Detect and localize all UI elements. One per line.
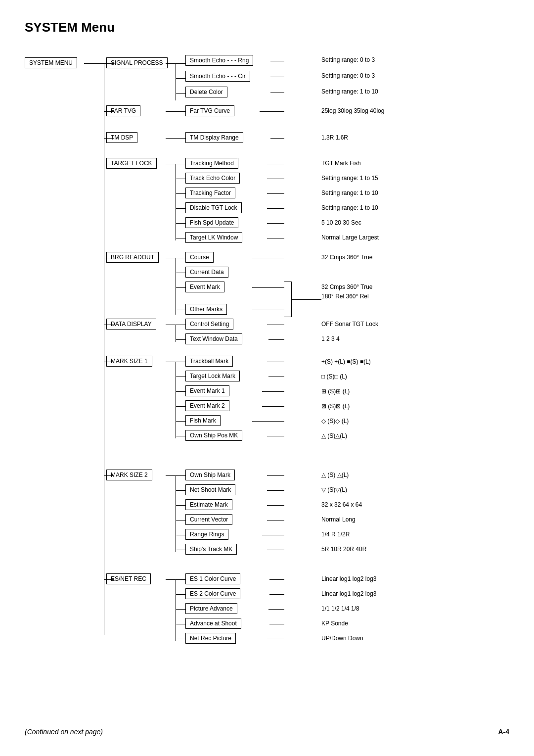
ships-track-mk-box: Ship's Track MK (185, 544, 237, 555)
net-rec-picture-box: Net Rec Picture (185, 633, 236, 644)
net-shoot-mark-val: ▽ (S)▽(L) (321, 486, 347, 493)
track-echo-color-box: Track Echo Color (185, 173, 240, 184)
text-window-data-val: 1 2 3 4 (321, 335, 340, 342)
far-tvg-curve-box: Far TVG Curve (185, 105, 234, 116)
current-vector-box: Current Vector (185, 514, 232, 525)
target-lock-box: TARGET LOCK (106, 158, 157, 169)
tracking-method-box: Tracking Method (185, 158, 238, 169)
tracking-factor-val: Setting range: 1 to 10 (321, 189, 378, 196)
mark-size-2-box: MARK SIZE 2 (106, 470, 152, 480)
signal-process-box: SIGNAL PROCESS (106, 57, 168, 68)
fish-mark-val: ◇ (S)◇ (L) (321, 417, 349, 425)
target-lk-window-val: Normal Large Largest (321, 234, 379, 241)
other-marks-box: Other Marks (185, 304, 227, 315)
trackball-mark-val: +(S) +(L) ■(S) ■(L) (321, 358, 371, 365)
current-vector-val: Normal Long (321, 516, 356, 523)
net-shoot-mark-box: Net Shoot Mark (185, 484, 235, 495)
trackball-mark-box: Trackball Mark (185, 356, 233, 367)
event-mark-1-box: Event Mark 1 (185, 385, 229, 396)
range-rings-val: 1/4 R 1/2R (321, 530, 350, 538)
ships-track-mk-val: 5R 10R 20R 40R (321, 545, 366, 553)
advance-at-shoot-box: Advance at Shoot (185, 618, 241, 629)
mark-size-1-box: MARK SIZE 1 (106, 356, 152, 367)
target-lk-window-box: Target LK Window (185, 232, 242, 243)
control-setting-box: Control Setting (185, 319, 233, 330)
estimate-mark-box: Estimate Mark (185, 499, 232, 510)
own-ship-pos-mk-val: △ (S)△(L) (321, 432, 347, 439)
es2-color-curve-val: Linear log1 log2 log3 (321, 590, 376, 597)
picture-advance-box: Picture Advance (185, 603, 237, 614)
fish-mark-box: Fish Mark (185, 415, 221, 426)
far-tvg-box: FAR TVG (106, 105, 140, 116)
tracking-method-val: TGT Mark Fish (321, 159, 361, 167)
event-mark-val2: 180° Rel 360° Rel (321, 292, 369, 300)
continued-note: (Continued on next page) (25, 728, 103, 736)
disable-tgt-lock-val: Setting range: 1 to 10 (321, 204, 378, 211)
smooth-echo-rng-box: Smooth Echo - - - Rng (185, 55, 253, 66)
event-mark-box: Event Mark (185, 282, 224, 292)
es2-color-curve-box: ES 2 Color Curve (185, 588, 240, 599)
data-display-box: DATA DISPLAY (106, 319, 156, 330)
own-ship-mark-box: Own Ship Mark (185, 470, 235, 480)
target-lock-mark-val: □ (S)□ (L) (321, 373, 347, 380)
advance-at-shoot-val: KP Sonde (321, 619, 348, 627)
delete-color-box: Delete Color (185, 87, 227, 97)
tm-display-range-val: 1.3R 1.6R (321, 134, 348, 141)
delete-color-val: Setting range: 1 to 10 (321, 88, 378, 95)
fish-spd-update-val: 5 10 20 30 Sec (321, 219, 361, 226)
target-lock-mark-box: Target Lock Mark (185, 371, 240, 381)
smooth-echo-cir-box: Smooth Echo - - - Cir (185, 71, 250, 82)
event-mark-val: 32 Cmps 360° True (321, 283, 373, 290)
control-setting-val: OFF Sonar TGT Lock (321, 320, 378, 328)
estimate-mark-val: 32 x 32 64 x 64 (321, 501, 362, 508)
tracking-factor-box: Tracking Factor (185, 188, 235, 198)
page-number: A-4 (498, 728, 509, 736)
smooth-echo-cir-val: Setting range: 0 to 3 (321, 72, 375, 79)
event-mark-1-val: ⊞ (S)⊞ (L) (321, 387, 350, 395)
own-ship-mark-val: △ (S) △(L) (321, 471, 349, 478)
disable-tgt-lock-box: Disable TGT Lock (185, 202, 242, 213)
text-window-data-box: Text Window Data (185, 333, 242, 344)
event-mark-2-val: ⊠ (S)⊠ (L) (321, 402, 350, 410)
event-mark-2-box: Event Mark 2 (185, 400, 229, 411)
tm-dsp-box: TM DSP (106, 132, 137, 143)
es-net-rec-box: ES/NET REC (106, 573, 151, 584)
course-val: 32 Cmps 360° True (321, 253, 373, 261)
picture-advance-val: 1/1 1/2 1/4 1/8 (321, 605, 359, 612)
fish-spd-update-box: Fish Spd Update (185, 217, 238, 228)
smooth-echo-rng-val: Setting range: 0 to 3 (321, 56, 375, 63)
brg-readout-box: BRG READOUT (106, 252, 159, 263)
far-tvg-curve-val: 25log 30log 35log 40log (321, 107, 384, 114)
es1-color-curve-val: Linear log1 log2 log3 (321, 575, 376, 582)
course-box: Course (185, 252, 214, 263)
es1-color-curve-box: ES 1 Color Curve (185, 573, 240, 584)
own-ship-pos-mk-box: Own Ship Pos MK (185, 430, 242, 441)
track-echo-color-val: Setting range: 1 to 15 (321, 174, 378, 182)
tm-display-range-box: TM Display Range (185, 132, 243, 143)
net-rec-picture-val: UP/Down Down (321, 634, 363, 642)
current-data-box: Current Data (185, 267, 228, 278)
system-menu-box: SYSTEM MENU (25, 57, 77, 68)
page-title: SYSTEM Menu (25, 20, 509, 35)
range-rings-box: Range Rings (185, 529, 228, 540)
